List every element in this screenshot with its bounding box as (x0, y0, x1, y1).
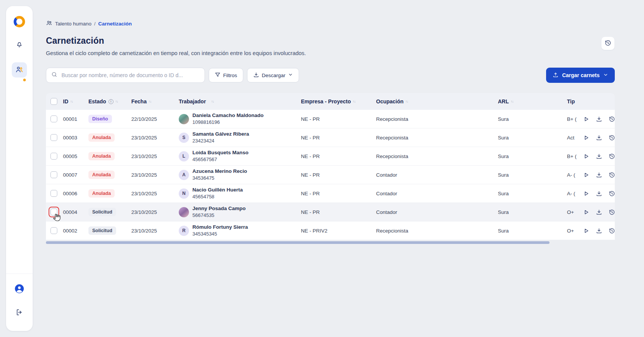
breadcrumb-parent[interactable]: Talento humano (55, 21, 91, 27)
worker-document: 34536475 (192, 175, 247, 181)
download-action-button[interactable] (595, 226, 603, 235)
select-all-checkbox[interactable] (50, 98, 57, 105)
history-action-button[interactable] (608, 171, 616, 179)
chevron-down-icon (603, 72, 608, 79)
app-logo-icon[interactable] (14, 16, 25, 27)
upload-carnets-label: Cargar carnets (562, 72, 600, 78)
row-checkbox[interactable] (50, 115, 57, 122)
avatar: R (179, 226, 189, 236)
sort-icon[interactable]: ↑↓ (148, 100, 151, 103)
row-company-project: NE - PR (301, 116, 376, 122)
upload-carnets-button[interactable]: Cargar carnets (546, 68, 615, 83)
play-action-button[interactable] (582, 171, 590, 179)
profile-button[interactable] (12, 282, 27, 297)
status-badge: Diseño (88, 115, 112, 123)
row-checkbox[interactable] (50, 171, 57, 178)
history-action-button[interactable] (608, 152, 616, 160)
play-action-button[interactable] (582, 208, 590, 216)
play-action-button[interactable] (582, 226, 590, 235)
sort-icon[interactable]: ↑↓ (70, 100, 73, 103)
filter-icon (215, 72, 220, 79)
search-input[interactable] (61, 72, 200, 79)
row-type: O+ (567, 228, 580, 234)
row-arl: Sura (498, 191, 567, 196)
scrollbar-thumb[interactable] (46, 241, 550, 244)
play-action-button[interactable] (582, 115, 590, 123)
breadcrumb-people-icon (46, 20, 52, 27)
row-checkbox[interactable] (50, 153, 57, 160)
row-occupation: Recepcionista (376, 228, 498, 234)
play-action-button[interactable] (582, 133, 590, 142)
carnets-table: ID ↑↓ Estado i ↑↓ Fecha ↑↓ Trabajador ↑↓ (46, 93, 615, 244)
row-company-project: NE - PR (301, 172, 376, 178)
worker-document: 1098816196 (192, 119, 264, 125)
download-action-button[interactable] (595, 133, 603, 142)
row-date: 23/10/2025 (131, 153, 179, 159)
avatar: S (179, 133, 189, 143)
sort-icon[interactable]: ↑↓ (115, 100, 118, 103)
row-id: 00001 (63, 116, 88, 122)
row-occupation: Contador (376, 172, 498, 178)
notifications-button[interactable] (12, 37, 27, 52)
status-badge: Anulada (88, 133, 115, 142)
checkbox-wrap (50, 115, 57, 122)
row-id: 00007 (63, 172, 88, 178)
row-id: 00002 (63, 228, 88, 234)
table-header-row: ID ↑↓ Estado i ↑↓ Fecha ↑↓ Trabajador ↑↓ (46, 93, 615, 110)
download-label: Descargar (262, 73, 285, 78)
avatar: A (179, 170, 189, 180)
user-avatar-icon (14, 283, 25, 295)
filters-button[interactable]: Filtros (209, 68, 243, 82)
row-checkbox[interactable] (50, 209, 57, 215)
checkbox-wrap (50, 134, 57, 141)
checkbox-wrap (50, 153, 57, 160)
sort-icon[interactable]: ↑↓ (211, 100, 214, 103)
download-action-button[interactable] (595, 115, 603, 123)
row-occupation: Contador (376, 209, 498, 215)
chevron-down-icon (288, 72, 293, 78)
page-subtitle: Gestiona el ciclo completo de carnetizac… (46, 50, 306, 56)
sidebar-footer (6, 274, 33, 320)
row-type: B+ ( (567, 153, 580, 159)
sort-icon[interactable]: ↑↓ (353, 100, 356, 103)
row-occupation: Contador (376, 191, 498, 196)
avatar: N (179, 188, 189, 199)
sort-icon[interactable]: ↑↓ (511, 100, 513, 103)
row-checkbox[interactable] (50, 227, 57, 234)
row-company-project: NE - PRIV2 (301, 228, 376, 234)
sort-icon[interactable]: ↑↓ (405, 100, 408, 103)
row-arl: Sura (498, 172, 567, 178)
breadcrumb-current[interactable]: Carnetización (98, 21, 132, 27)
play-action-button[interactable] (582, 189, 590, 198)
status-badge: Solicitud (88, 226, 116, 235)
row-date: 22/10/2025 (131, 116, 179, 122)
bell-icon (16, 41, 23, 49)
download-action-button[interactable] (595, 189, 603, 198)
history-action-button[interactable] (608, 189, 616, 198)
history-button[interactable] (601, 36, 615, 50)
play-action-button[interactable] (582, 152, 590, 160)
row-type: A- ( (567, 191, 580, 196)
sidebar-item-talento-humano[interactable] (12, 62, 27, 78)
row-checkbox[interactable] (50, 190, 57, 197)
download-action-button[interactable] (595, 152, 603, 160)
checkbox-wrap (50, 171, 57, 178)
checkbox-wrap (50, 209, 57, 215)
status-badge: Anulada (88, 189, 115, 198)
worker-name: Daniela Camacho Maldonado (192, 112, 264, 119)
row-type: B+ ( (567, 116, 580, 122)
download-action-button[interactable] (595, 171, 603, 179)
filters-label: Filtros (223, 73, 237, 78)
row-date: 23/10/2025 (131, 135, 179, 141)
table-body: 00001 Diseño 22/10/2025 Daniela Camacho … (46, 110, 615, 240)
download-action-button[interactable] (595, 208, 603, 216)
sidebar (6, 6, 33, 331)
logout-button[interactable] (12, 305, 27, 320)
history-action-button[interactable] (608, 133, 616, 142)
history-action-button[interactable] (608, 208, 616, 216)
info-icon[interactable]: i (109, 99, 113, 104)
row-checkbox[interactable] (50, 134, 57, 141)
history-action-button[interactable] (608, 115, 616, 123)
download-button[interactable]: Descargar (247, 68, 299, 82)
history-action-button[interactable] (608, 226, 616, 235)
